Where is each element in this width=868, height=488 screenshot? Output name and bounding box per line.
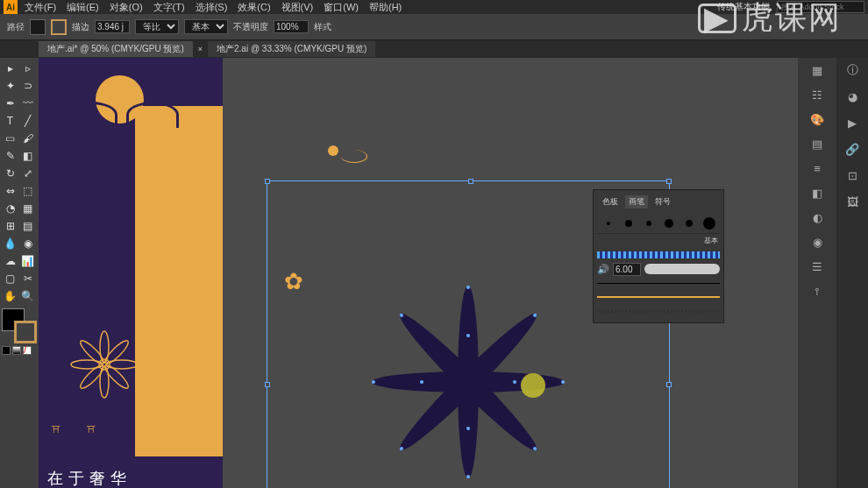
type-tool[interactable]: T: [2, 112, 18, 129]
artboard-tool[interactable]: ▢: [2, 270, 18, 286]
eyedropper-tool[interactable]: 💧: [2, 235, 18, 251]
free-transform-tool[interactable]: ⬚: [19, 182, 36, 199]
links-icon[interactable]: 🔗: [843, 140, 861, 158]
properties-icon[interactable]: ▦: [808, 61, 826, 79]
close-tab-icon[interactable]: ×: [195, 45, 206, 53]
right-panel-dock: ▦ ☷ 🎨 ▤ ≡ ◧ ◐ ◉ ☰ ⫯: [798, 58, 836, 488]
control-bar: 路径 描边 等比 基本 不透明度 样式: [0, 14, 868, 40]
mesh-tool[interactable]: ⊞: [2, 217, 18, 234]
tab-doc1[interactable]: 地产.ai* @ 50% (CMYK/GPU 预览): [39, 41, 193, 57]
fill-swatch[interactable]: [30, 19, 46, 35]
basic-brush-label: 基本: [597, 234, 720, 247]
transparency-icon[interactable]: ◐: [808, 209, 826, 226]
brush-def-select[interactable]: 基本: [184, 19, 228, 34]
direct-select-tool[interactable]: ▹: [19, 60, 36, 76]
symbol-tool[interactable]: ☁: [2, 252, 18, 269]
color-mode-swatches[interactable]: /: [2, 346, 32, 355]
svg-point-7: [103, 338, 132, 367]
layers-icon[interactable]: ☰: [808, 258, 826, 275]
rotate-tool[interactable]: ↻: [2, 165, 18, 181]
stroke-swatch[interactable]: [51, 19, 67, 35]
menu-view[interactable]: 视图(V): [281, 1, 314, 14]
profile-select[interactable]: 等比: [135, 19, 179, 34]
brush-presets-row[interactable]: [597, 214, 720, 234]
document-tabs: 地产.ai* @ 50% (CMYK/GPU 预览) × 地产2.ai @ 33…: [0, 40, 868, 58]
brush-tool[interactable]: 🖌: [19, 130, 36, 146]
width-tool[interactable]: ⇔: [2, 182, 18, 199]
blend-tool[interactable]: ◉: [19, 235, 36, 251]
align-icon[interactable]: ⫯: [808, 282, 826, 300]
swoosh-graphic: [341, 150, 367, 163]
opacity-label: 不透明度: [233, 21, 268, 33]
brush-size-input[interactable]: [613, 263, 641, 276]
line-tool[interactable]: ╱: [19, 112, 36, 129]
svg-point-1: [100, 331, 109, 363]
shaper-tool[interactable]: ✎: [2, 147, 18, 164]
actions-icon[interactable]: ▶: [843, 114, 861, 131]
menu-help[interactable]: 帮助(H): [369, 1, 402, 14]
menu-select[interactable]: 选择(S): [196, 1, 228, 14]
stroke-label: 描边: [72, 21, 89, 33]
brush-strip-4[interactable]: [597, 305, 720, 317]
brush-strip-2[interactable]: [597, 277, 720, 289]
color-guide-icon[interactable]: ◕: [843, 88, 861, 105]
svg-point-3: [71, 360, 103, 369]
brush-strip-3[interactable]: [597, 291, 720, 303]
chrysanthemum-graphic: [60, 321, 148, 408]
navigator-icon[interactable]: ⊡: [843, 166, 861, 184]
brush-size-row[interactable]: 🔊: [597, 263, 720, 275]
shape-builder-tool[interactable]: ◔: [2, 200, 18, 216]
perspective-tool[interactable]: ▦: [19, 200, 36, 216]
stroke-icon[interactable]: ≡: [808, 159, 826, 177]
style-label: 样式: [314, 21, 331, 33]
selection-tool[interactable]: ▸: [2, 60, 18, 76]
fill-stroke-indicator[interactable]: [2, 308, 37, 343]
workspace-switcher[interactable]: 传统基本功能: [717, 1, 770, 13]
lasso-tool[interactable]: ⊃: [19, 77, 36, 94]
panel-tab-swatches[interactable]: 色板: [599, 195, 622, 209]
right-panel-dock-2: ⓘ ◕ ▶ 🔗 ⊡ 🖼: [836, 58, 868, 488]
pen-tool[interactable]: ✒: [2, 95, 18, 111]
cursor-highlight: [521, 373, 545, 398]
scale-tool[interactable]: ⤢: [19, 165, 36, 181]
menu-type[interactable]: 文字(T): [153, 1, 185, 14]
calligraphic-brush[interactable]: [644, 264, 720, 274]
curvature-tool[interactable]: 〰: [19, 95, 36, 111]
menu-window[interactable]: 窗口(W): [324, 1, 359, 14]
search-input[interactable]: [777, 1, 864, 13]
stroke-weight-input[interactable]: [95, 20, 130, 33]
zoom-tool[interactable]: 🔍: [19, 287, 36, 304]
asset-icon[interactable]: 🖼: [843, 193, 861, 210]
hand-tool[interactable]: ✋: [2, 287, 18, 304]
panel-tab-brushes[interactable]: 画笔: [625, 195, 648, 209]
tab-doc2[interactable]: 地产2.ai @ 33.33% (CMYK/GPU 预览): [208, 41, 375, 57]
svg-point-8: [78, 363, 107, 392]
rectangle-tool[interactable]: ▭: [2, 130, 18, 146]
opacity-input[interactable]: [274, 20, 309, 33]
color-icon[interactable]: 🎨: [808, 110, 826, 128]
swatches-icon[interactable]: ▤: [808, 135, 826, 152]
menu-file[interactable]: 文件(F): [25, 1, 56, 14]
appearance-icon[interactable]: ◉: [808, 233, 826, 251]
graph-tool[interactable]: 📊: [19, 252, 36, 269]
brushes-panel[interactable]: 色板 画笔 符号 基本 🔊: [593, 189, 724, 323]
eraser-tool[interactable]: ◧: [19, 147, 36, 164]
gradient-icon[interactable]: ◧: [808, 184, 826, 202]
menu-object[interactable]: 对象(O): [110, 1, 143, 14]
panel-tab-symbols[interactable]: 符号: [651, 195, 674, 209]
magic-wand-tool[interactable]: ✦: [2, 77, 18, 94]
bridge-graphic: [65, 102, 188, 137]
brush-strip-1[interactable]: [597, 249, 720, 261]
menu-effect[interactable]: 效果(C): [238, 1, 270, 14]
canvas[interactable]: ⛩ ⛩ 在于奢华 在于精彩 ✿: [39, 58, 798, 488]
info-icon[interactable]: ⓘ: [843, 61, 861, 79]
slice-tool[interactable]: ✂: [19, 270, 36, 286]
libraries-icon[interactable]: ☷: [808, 86, 826, 103]
speaker-icon: 🔊: [597, 264, 609, 275]
headline-text-1: 在于奢华: [47, 468, 132, 488]
logo-graphic-1: ⛩: [52, 425, 60, 435]
svg-point-2: [100, 366, 109, 398]
menu-edit[interactable]: 编辑(E): [67, 1, 99, 14]
path-label: 路径: [7, 21, 25, 33]
gradient-tool[interactable]: ▤: [19, 217, 36, 234]
